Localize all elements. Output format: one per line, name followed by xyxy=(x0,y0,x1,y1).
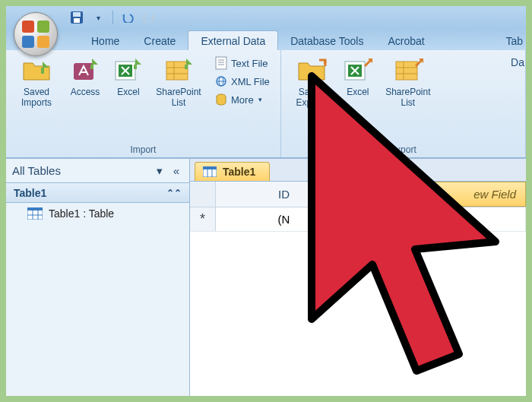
svg-rect-14 xyxy=(216,57,226,69)
quick-access-toolbar: ▾ xyxy=(67,9,159,26)
table-icon xyxy=(203,166,217,177)
import-excel-button[interactable]: Excel xyxy=(108,53,149,100)
ribbon-tab-strip: Home Create External Data Database Tools… xyxy=(6,29,526,50)
nav-group-header[interactable]: Table1 ⌃⌃ xyxy=(6,183,189,203)
tab-truncated-1[interactable]: Tab xyxy=(493,31,526,50)
redo-button[interactable] xyxy=(139,9,159,26)
title-bar: ▾ xyxy=(6,6,526,29)
group-label: Export xyxy=(286,142,521,157)
nav-pane-title: All Tables xyxy=(12,164,61,177)
navigation-pane: All Tables ▾ « Table1 ⌃⌃ Table1 : Table xyxy=(6,159,190,396)
import-access-button[interactable]: Access xyxy=(62,53,108,100)
nav-item-table1[interactable]: Table1 : Table xyxy=(6,203,189,224)
document-tab-table1[interactable]: Table1 xyxy=(195,162,270,181)
button-label: Text File xyxy=(231,58,268,69)
button-label: Access xyxy=(71,87,100,97)
export-sharepoint-button[interactable]: SharePoint List xyxy=(378,53,438,111)
import-sharepoint-button[interactable]: SharePoint List xyxy=(149,53,208,111)
cell-new-field[interactable] xyxy=(353,207,526,231)
saved-exports-button[interactable]: Saved Exports xyxy=(286,53,337,111)
button-label: Excel xyxy=(117,87,139,97)
xml-file-icon xyxy=(214,74,228,88)
column-header-add-new[interactable]: ew Field xyxy=(353,182,526,207)
text-file-icon xyxy=(214,56,228,70)
undo-button[interactable] xyxy=(118,9,138,26)
office-button[interactable] xyxy=(14,12,58,56)
datasheet-new-row[interactable]: * (N xyxy=(190,207,526,232)
button-label: Saved Exports xyxy=(287,87,336,108)
svg-rect-13 xyxy=(185,65,188,69)
tab-database-tools[interactable]: Database Tools xyxy=(278,31,375,50)
datasheet-header: ID ew Field xyxy=(190,182,526,207)
button-label: Saved Imports xyxy=(12,87,61,108)
sharepoint-export-icon xyxy=(393,56,423,84)
chevron-down-icon[interactable]: ▾ xyxy=(153,164,166,178)
svg-rect-8 xyxy=(134,65,137,69)
button-label: SharePoint List xyxy=(380,87,436,108)
select-all-cell[interactable] xyxy=(190,182,216,207)
qat-dropdown[interactable]: ▾ xyxy=(88,9,108,26)
import-more-list: Text File XML File More ▾ xyxy=(208,53,276,109)
column-header-id[interactable]: ID xyxy=(216,182,353,207)
row-selector-new[interactable]: * xyxy=(190,207,216,231)
group-export: Saved Exports Excel SharePoint List Expo… xyxy=(281,50,526,157)
button-label: Excel xyxy=(347,87,369,97)
tab-acrobat[interactable]: Acrobat xyxy=(375,31,436,50)
workspace: All Tables ▾ « Table1 ⌃⌃ Table1 : Table xyxy=(6,158,526,396)
document-tab-bar: Table1 xyxy=(190,159,526,182)
nav-group-title: Table1 xyxy=(14,187,46,199)
collapse-group-icon: ⌃⌃ xyxy=(166,188,182,198)
button-label: More xyxy=(231,94,254,106)
ribbon: Saved Imports Access Excel xyxy=(6,50,526,158)
tab-external-data[interactable]: External Data xyxy=(188,30,278,50)
nav-pane-header[interactable]: All Tables ▾ « xyxy=(6,159,189,183)
tab-home[interactable]: Home xyxy=(79,31,131,50)
access-icon xyxy=(70,56,100,84)
document-area: Table1 ID ew Field * (N xyxy=(190,159,526,396)
collapse-pane-button[interactable]: « xyxy=(169,164,183,178)
redo-icon xyxy=(142,12,156,23)
button-label: XML File xyxy=(231,76,270,87)
separator xyxy=(112,11,113,24)
svg-rect-24 xyxy=(396,62,417,80)
folder-import-icon xyxy=(21,56,52,84)
saved-imports-button[interactable]: Saved Imports xyxy=(11,53,62,111)
export-excel-button[interactable]: Excel xyxy=(337,53,378,100)
office-logo-icon xyxy=(22,21,49,48)
import-xml-file-button[interactable]: XML File xyxy=(211,73,273,90)
svg-rect-3 xyxy=(41,68,44,74)
svg-rect-1 xyxy=(73,12,81,17)
folder-export-icon xyxy=(296,56,327,84)
button-label: SharePoint List xyxy=(150,87,207,108)
import-more-button[interactable]: More ▾ xyxy=(211,91,273,108)
table-icon xyxy=(27,207,43,220)
svg-rect-34 xyxy=(203,166,217,169)
document-tab-label: Table1 xyxy=(223,166,255,178)
tab-create[interactable]: Create xyxy=(131,31,188,50)
database-icon xyxy=(214,93,228,106)
contextual-tabs: Da xyxy=(505,50,526,71)
excel-icon xyxy=(113,56,144,84)
svg-rect-5 xyxy=(90,65,93,69)
sharepoint-list-icon xyxy=(163,56,194,84)
save-icon xyxy=(70,11,84,24)
svg-rect-9 xyxy=(166,62,188,80)
cell-id-new[interactable]: (N xyxy=(216,207,353,231)
nav-item-label: Table1 : Table xyxy=(49,207,114,220)
chevron-down-icon: ▾ xyxy=(97,14,100,22)
svg-rect-2 xyxy=(74,18,80,23)
group-label: Import xyxy=(11,142,276,157)
chevron-down-icon: ▾ xyxy=(258,96,262,103)
group-import: Saved Imports Access Excel xyxy=(6,50,281,157)
undo-icon xyxy=(121,12,135,23)
tab-truncated-2[interactable]: Da xyxy=(505,52,526,71)
save-button[interactable] xyxy=(67,9,87,26)
svg-rect-29 xyxy=(27,207,43,210)
import-text-file-button[interactable]: Text File xyxy=(211,55,273,71)
excel-export-icon xyxy=(343,56,373,84)
